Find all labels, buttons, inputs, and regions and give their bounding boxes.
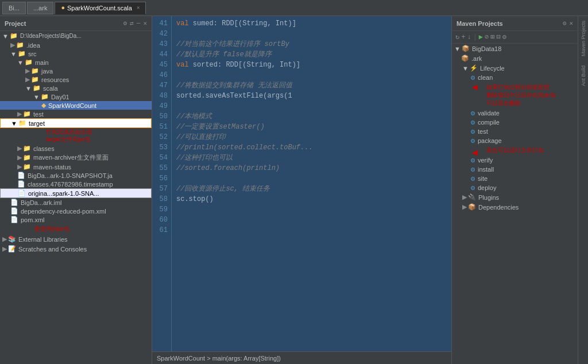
tree-item-bigda-jar[interactable]: 📄 BigDa...ark-1.0-SNAPSHOT.ja (0, 171, 152, 180)
code-line-48: sorted.saveAsTextFile(args(1 (176, 91, 447, 101)
code-line-49 (176, 101, 447, 111)
tree-item-main[interactable]: ▼ 📁 main (0, 58, 152, 67)
maven-item-validate[interactable]: ⚙ validate (452, 109, 578, 118)
code-line-45: val sorted: RDD[(String, Int)] (176, 60, 447, 70)
maven-item-ark[interactable]: 📦 .ark (452, 53, 578, 63)
maven-skip-btn[interactable]: ⊘ (485, 33, 489, 41)
main-label: main (35, 59, 49, 66)
maven-item-site[interactable]: ⚙ site (452, 174, 578, 183)
code-line-56 (176, 173, 447, 184)
tree-item-classes[interactable]: ▶ 📁 classes (0, 144, 152, 153)
tab-ark[interactable]: ...ark (27, 2, 53, 14)
src-folder-icon: 📁 (18, 50, 26, 57)
expand-icon: ▶ (10, 41, 15, 49)
panel-sync-icon[interactable]: ⇄ (130, 20, 134, 27)
maven-item-package[interactable]: ⚙ package (452, 136, 578, 145)
maven-item-plugins[interactable]: ▶ 🔌 Plugins (452, 192, 578, 202)
tree-item-external-libs[interactable]: ▶ 📚 External Libraries (0, 234, 152, 244)
tree-item-idea[interactable]: ▶ 📁 .idea (0, 41, 152, 49)
code-line-55: //sorted.foreach(println) (176, 163, 447, 173)
java-folder-icon: 📁 (31, 67, 39, 75)
code-line-44: //默认是升序 false就是降序 (176, 49, 447, 60)
tab-sparkwordcount[interactable]: ● SparkWordCount.scala ✕ (55, 2, 146, 14)
panel-close-icon[interactable]: ✕ (143, 20, 147, 27)
tree-item-bigda-iml[interactable]: 📄 BigDa...ark.iml (0, 198, 152, 207)
maven-item-deploy[interactable]: ⚙ deploy (452, 183, 578, 192)
maven-archiver-label: maven-archiver生文件里面 (33, 153, 109, 162)
idea-folder-icon: 📁 (16, 41, 24, 49)
code-line-41: val sumed: RDD[(String, Int)] (176, 18, 447, 29)
panel-minus-icon[interactable]: ─ (137, 20, 141, 27)
editor-content[interactable]: 4142434445 4647484950 5152535455 5657585… (152, 16, 451, 351)
site-gear-icon: ⚙ (470, 176, 475, 182)
panel-gear-icon[interactable]: ⚙ (123, 20, 127, 27)
bigda-iml-label: BigDa...ark.iml (21, 199, 62, 206)
tree-item-maven-status[interactable]: ▶ 📁 maven-status (0, 162, 152, 171)
target-label: target (29, 120, 45, 127)
maven-settings2-btn[interactable]: ⚙ (502, 33, 506, 41)
dependencies-expand-icon: ▶ (462, 203, 467, 211)
maven-item-compile[interactable]: ⚙ compile (452, 118, 578, 127)
bigda-jar-label: BigDa...ark-1.0-SNAPSHOT.ja (28, 172, 113, 179)
maven-refresh-btn[interactable]: ↻ (455, 33, 459, 41)
code-line-54: //这种打印也可以 (176, 153, 447, 163)
tab-bi[interactable]: Bi... (2, 2, 26, 14)
right-tab-ant[interactable]: Ant Build (579, 63, 587, 88)
maven-item-dependencies[interactable]: ▶ 📦 Dependencies (452, 202, 578, 212)
tree-item-scala[interactable]: ▼ 📁 scala (0, 84, 152, 92)
tree-item-maven-archiver[interactable]: ▶ 📁 maven-archiver生文件里面 (0, 153, 152, 162)
target-folder-icon: 📁 (18, 119, 26, 127)
tree-item-pom[interactable]: 📄 pom.xml (0, 215, 152, 224)
maven-run-btn[interactable]: ▶ (479, 33, 483, 41)
maven-item-clean[interactable]: ⚙ clean (452, 73, 578, 82)
tab-scala-icon: ● (61, 5, 65, 11)
maven-toggle1-btn[interactable]: ⊞ (490, 33, 494, 41)
code-line-51: //一定要设置setMaster() (176, 122, 447, 132)
maven-toolbar: ↻ + ↓ | ▶ ⊘ ⊞ ⊟ ⚙ (452, 31, 578, 44)
code-line-47: //将数据提交到集群存储 无法返回值 (176, 80, 447, 91)
maven-settings-icon[interactable]: ⚙ (563, 20, 567, 27)
external-libs-icon: 📚 (8, 235, 16, 243)
maven-add-btn[interactable]: + (461, 33, 465, 41)
lifecycle-icon: ⚡ (470, 64, 478, 72)
tree-item-test[interactable]: ▶ 📁 test (0, 110, 152, 118)
maven-download-btn[interactable]: ↓ (467, 33, 471, 41)
maven-status-expand-icon: ▶ (17, 163, 22, 171)
main-expand-icon: ▼ (17, 59, 24, 66)
tree-item-dep-pom[interactable]: 📄 dependency-reduced-pom.xml (0, 207, 152, 215)
external-libs-expand-icon: ▶ (2, 235, 7, 243)
tab-close-icon[interactable]: ✕ (137, 5, 140, 11)
clean-annotation-text: 如果打包过程出错或是想删除项目中已经存在的jar包可以双击删除 (486, 83, 578, 107)
tree-item-java[interactable]: ▶ 📁 java (0, 67, 152, 75)
src-label: src (28, 51, 37, 57)
right-tab-maven[interactable]: Maven Projects (579, 18, 587, 59)
site-label: site (478, 175, 488, 182)
tree-root[interactable]: ▼ 📁 D:\IdeaProjects\BigDa... (0, 31, 152, 41)
maven-panel-header: Maven Projects ⚙ ✕ (452, 16, 578, 31)
test-label: test (33, 111, 44, 118)
code-content[interactable]: val sumed: RDD[(String, Int)] //对当前这个结果进… (172, 16, 451, 351)
tree-item-day01[interactable]: ▼ 📁 Day01 (0, 92, 152, 101)
tree-item-scratches[interactable]: ▶ 📝 Scratches and Consoles (0, 244, 152, 254)
tree-item-target[interactable]: ▼ 📁 target ◄ (0, 118, 152, 128)
maven-close-icon[interactable]: ✕ (569, 20, 573, 27)
deploy-label: deploy (478, 184, 496, 191)
tree-item-timestamp[interactable]: 📄 classes.476782986.timestamp (0, 180, 152, 188)
maven-item-install[interactable]: ⚙ install (452, 165, 578, 174)
tree-item-src[interactable]: ▼ 📁 src (0, 49, 152, 58)
maven-item-bigdata18[interactable]: ▼ 📦 BigData18 (452, 44, 578, 53)
code-line-57: //回收资源停止sc, 结束任务 (176, 184, 447, 194)
maven-panel-title: Maven Projects (457, 20, 503, 27)
maven-tree: ▼ 📦 BigData18 📦 .ark ▼ ⚡ Lifecycle ⚙ (452, 44, 578, 364)
tree-item-resources[interactable]: ▶ 📁 resources (0, 75, 152, 84)
original-label: origina...spark-1.0-SNA... (28, 190, 99, 197)
maven-item-lifecycle[interactable]: ▼ ⚡ Lifecycle (452, 63, 578, 73)
pom-label: pom.xml (21, 216, 45, 223)
tree-item-original[interactable]: 📄 origina...spark-1.0-SNA... (0, 188, 152, 198)
tree-item-sparkwordcount[interactable]: ◆ SparkWordCount (0, 101, 152, 110)
maven-item-test[interactable]: ⚙ test (452, 127, 578, 136)
clean-annotation-container: ◄ 如果打包过程出错或是想删除项目中已经存在的jar包可以双击删除 (486, 82, 578, 109)
code-line-46 (176, 70, 447, 80)
timestamp-label: classes.476782986.timestamp (28, 181, 113, 188)
maven-toggle2-btn[interactable]: ⊟ (497, 33, 501, 41)
